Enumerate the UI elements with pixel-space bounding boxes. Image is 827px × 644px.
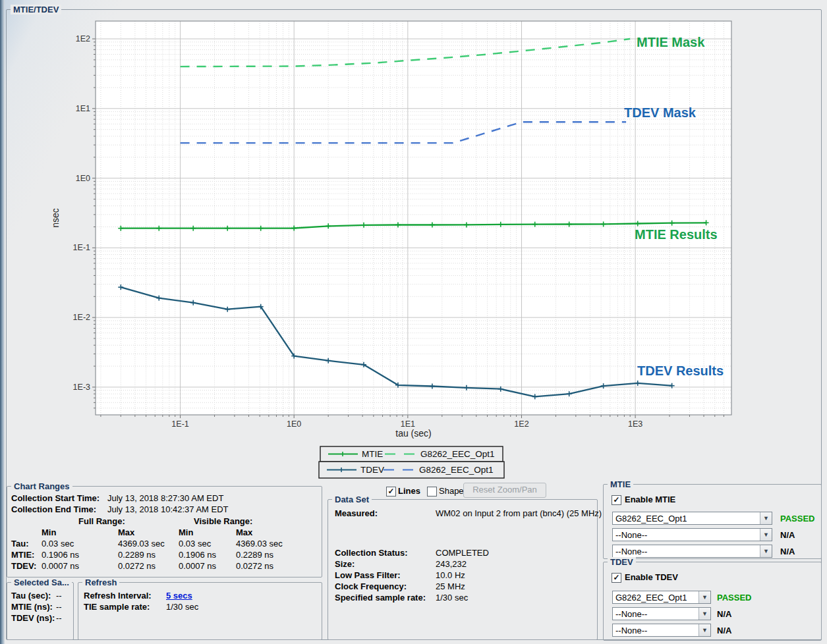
data-set-row-value: COMPLETED (436, 548, 489, 558)
mtie-enable-checkbox[interactable] (612, 495, 621, 505)
range-row-value: 4369.03 sec (236, 539, 283, 549)
range-row-value: 4369.03 sec (118, 539, 165, 549)
mtie-mask-select-2[interactable]: --None--▼ (612, 528, 772, 541)
annotation-mtie-results: MTIE Results (635, 227, 718, 242)
x-tick-labels: 1E-11E01E11E21E3 (171, 419, 642, 429)
tdev-mask-select-1[interactable]: G8262_EEC_Opt1▼ (612, 591, 711, 604)
data-set-row-value: 25 MHz (436, 581, 465, 591)
mtie-enable-label: Enable MTIE (625, 495, 675, 504)
range-row-value: 0.0007 ns (42, 561, 79, 571)
legend-mask-label: G8262_EEC_Opt1 (419, 465, 494, 475)
x-tick-label: 1E0 (287, 419, 301, 429)
mtie-panel: MTIE Enable MTIEG8262_EEC_Opt1▼PASSED--N… (603, 484, 822, 559)
legend-series-label: TDEV (360, 465, 384, 475)
mtie-panel-title: MTIE (608, 479, 633, 489)
mtie-mask-select-3[interactable]: --None--▼ (612, 545, 772, 558)
chevron-down-icon[interactable]: ▼ (699, 608, 710, 620)
data-set-row-label: Collection Status: (335, 548, 408, 558)
data-set-row-value: 243,232 (436, 559, 467, 569)
collection-end-label: Collection End Time: (11, 504, 96, 514)
range-row-label: Tau: (11, 539, 28, 549)
selected-row-value: -- (56, 591, 62, 601)
range-row-label: TDEV: (11, 561, 36, 571)
annotation-tdev-mask: TDEV Mask (624, 105, 697, 120)
range-col-header: Max (236, 527, 252, 537)
selected-row-label: MTIE (ns): (11, 602, 53, 612)
tdev-mask-status-1: PASSED (717, 593, 752, 603)
tie-sample-rate-value: 1/30 sec (166, 602, 198, 612)
mtie-mask-select-value: --None-- (613, 529, 760, 541)
tdev-enable-label: Enable TDEV (625, 572, 678, 582)
lines-checkbox[interactable] (386, 487, 396, 496)
lines-checkbox-label: Lines (398, 486, 420, 496)
selected-row-label: TDEV (ns): (11, 613, 55, 623)
chevron-down-icon[interactable]: ▼ (760, 545, 772, 557)
tdev-mask-status-2: N/A (717, 609, 731, 619)
mtie-mask-status-3: N/A (780, 547, 795, 556)
x-tick-label: 1E-1 (171, 419, 188, 429)
collection-start-label: Collection Start Time: (11, 493, 100, 503)
tdev-mask-select-value: G8262_EEC_Opt1 (613, 591, 699, 603)
collection-end-value: July 13, 2018 10:42:37 AM EDT (107, 504, 229, 514)
mtie-mask-status-2: N/A (780, 530, 795, 540)
range-row-value: 0.03 sec (42, 539, 74, 549)
selected-row-value: -- (56, 613, 62, 623)
chart-ranges-title: Chart Ranges (11, 481, 72, 491)
measured-label: Measured: (335, 508, 378, 518)
legend-row-tdev: TDEVG8262_EEC_Opt1 (319, 462, 504, 478)
chevron-down-icon[interactable]: ▼ (760, 512, 772, 524)
range-row-value: 0.1906 ns (179, 550, 216, 560)
chevron-down-icon[interactable]: ▼ (699, 591, 710, 603)
y-tick-label: 1E2 (76, 34, 90, 43)
chart-ranges-panel: Chart Ranges Collection Start Time:July … (7, 486, 322, 577)
tdev-mask-select-3[interactable]: --None--▼ (612, 624, 711, 637)
x-tick-label: 1E2 (514, 419, 528, 429)
full-range-header: Full Range: (78, 516, 125, 526)
plot-background (96, 21, 731, 415)
range-row-label: MTIE: (11, 550, 34, 560)
legend-mask-label: G8262_EEC_Opt1 (420, 449, 495, 459)
reset-zoom-pan-button[interactable]: Reset Zoom/Pan (463, 483, 546, 498)
y-tick-labels: 1E21E11E01E-11E-21E-3 (73, 34, 90, 392)
collection-start-value: July 13, 2018 8:27:30 AM EDT (107, 493, 223, 503)
mtie-tdev-chart[interactable]: 1E-11E01E11E21E31E21E11E01E-11E-21E-3tau… (0, 0, 827, 489)
refresh-interval-link[interactable]: 5 secs (166, 591, 192, 601)
tdev-panel-title: TDEV (608, 557, 636, 567)
data-set-title: Data Set (332, 495, 372, 504)
selected-samples-panel: Selected Sa... Tau (sec):--MTIE (ns):--T… (7, 582, 74, 640)
range-row-value: 0.0007 ns (179, 561, 216, 571)
tdev-mask-status-3: N/A (717, 626, 731, 635)
tie-sample-rate-label: TIE sample rate: (84, 602, 150, 612)
y-tick-label: 1E1 (76, 104, 90, 113)
range-col-header: Min (179, 527, 193, 537)
shapes-checkbox[interactable] (427, 487, 437, 496)
data-set-row-label: Specified sample rate: (335, 593, 426, 603)
tdev-enable-checkbox[interactable] (612, 573, 621, 583)
y-tick-label: 1E-1 (73, 243, 90, 252)
application-window: MTIE/TDEV 1E-11E01E11E21E31E21E11E01E-11… (0, 0, 827, 644)
mtie-mask-select-value: G8262_EEC_Opt1 (613, 512, 760, 524)
range-row-value: 0.03 sec (179, 539, 211, 549)
selected-samples-title: Selected Sa... (11, 577, 72, 587)
x-tick-label: 1E3 (628, 419, 642, 429)
data-set-row-label: Low Pass Filter: (335, 570, 401, 580)
mtie-mask-select-1[interactable]: G8262_EEC_Opt1▼ (612, 512, 772, 525)
data-set-panel: Data Set Measured:WM02 on Input 2 from p… (328, 499, 598, 640)
tdev-panel: TDEV Enable TDEVG8262_EEC_Opt1▼PASSED--N… (603, 562, 822, 641)
tdev-mask-select-2[interactable]: --None--▼ (612, 607, 711, 620)
data-set-row-label: Size: (335, 559, 355, 569)
mtie-mask-status-1: PASSED (780, 514, 815, 523)
annotation-tdev-results: TDEV Results (637, 363, 724, 378)
refresh-interval-label: Refresh Interval: (84, 591, 152, 601)
legend-series-label: MTIE (362, 449, 383, 459)
x-axis-label: tau (sec) (395, 428, 431, 439)
chevron-down-icon[interactable]: ▼ (699, 624, 710, 636)
x-tick-label: 1E1 (401, 419, 415, 429)
range-row-value: 0.2289 ns (118, 550, 156, 560)
y-tick-label: 1E-3 (73, 383, 90, 392)
tdev-mask-select-value: --None-- (613, 608, 699, 620)
visible-range-header: Visible Range: (194, 516, 252, 526)
chevron-down-icon[interactable]: ▼ (760, 529, 772, 541)
refresh-panel: Refresh Refresh Interval:5 secsTIE sampl… (78, 582, 322, 640)
data-set-row-value: 1/30 sec (436, 593, 468, 603)
